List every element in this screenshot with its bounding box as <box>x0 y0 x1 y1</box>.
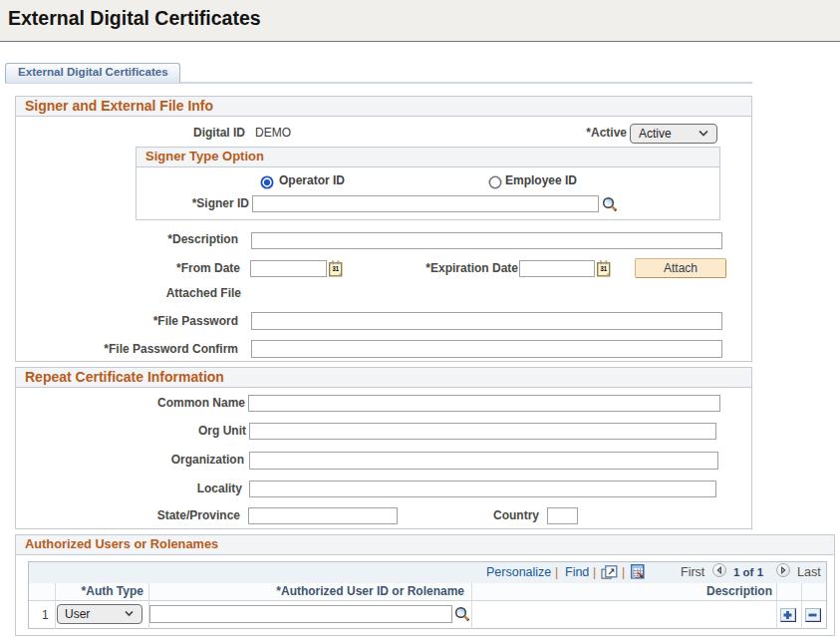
svg-text:31: 31 <box>600 264 607 273</box>
